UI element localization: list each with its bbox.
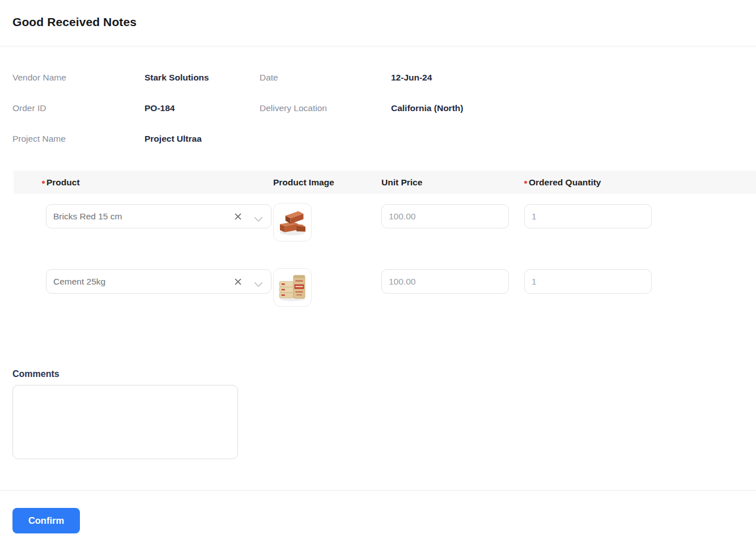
delivery-location-label: Delivery Location bbox=[260, 103, 391, 113]
column-header-ordered-quantity: Ordered Quantity bbox=[512, 177, 756, 188]
order-info: Vendor Name Stark Solutions Date 12-Jun-… bbox=[12, 70, 756, 146]
line-items-table: Product Product Image Unit Price Ordered… bbox=[0, 171, 756, 324]
chevron-down-icon[interactable] bbox=[254, 214, 263, 220]
page-header: Good Received Notes bbox=[0, 0, 756, 46]
page-title: Good Received Notes bbox=[12, 15, 756, 29]
required-marker bbox=[524, 181, 527, 184]
table-row: Cement 25kg bbox=[14, 259, 756, 324]
vendor-name-label: Vendor Name bbox=[12, 73, 145, 83]
product-image-cement bbox=[273, 268, 312, 307]
project-name-value: Project Ultraa bbox=[145, 134, 260, 144]
product-image-bricks bbox=[273, 203, 312, 241]
comments-section: Comments bbox=[12, 369, 756, 459]
clear-icon[interactable] bbox=[233, 277, 243, 286]
order-id-label: Order ID bbox=[12, 103, 145, 113]
order-id-value: PO-184 bbox=[145, 103, 260, 113]
ordered-quantity-input-row2[interactable] bbox=[524, 269, 652, 294]
column-header-unit-price: Unit Price bbox=[369, 177, 512, 188]
table-row: Bricks Red 15 cm bbox=[14, 194, 756, 259]
product-select-row2[interactable]: Cement 25kg bbox=[46, 269, 271, 294]
vendor-name-value: Stark Solutions bbox=[145, 73, 260, 83]
required-marker bbox=[42, 181, 45, 184]
unit-price-input-row2[interactable] bbox=[381, 269, 509, 294]
project-name-label: Project Name bbox=[12, 134, 145, 144]
ordered-quantity-input-row1[interactable] bbox=[524, 204, 652, 228]
chevron-down-icon[interactable] bbox=[254, 279, 263, 285]
comments-label: Comments bbox=[12, 369, 756, 379]
date-label: Date bbox=[260, 73, 391, 83]
clear-icon[interactable] bbox=[233, 212, 243, 221]
page-footer: Confirm bbox=[0, 490, 756, 533]
unit-price-input-row1[interactable] bbox=[381, 204, 509, 228]
table-header-row: Product Product Image Unit Price Ordered… bbox=[14, 171, 756, 194]
comments-textarea[interactable] bbox=[12, 385, 238, 459]
date-value: 12-Jun-24 bbox=[391, 73, 756, 83]
column-header-product-image: Product Image bbox=[273, 177, 369, 188]
confirm-button[interactable]: Confirm bbox=[12, 508, 80, 533]
product-select-row1[interactable]: Bricks Red 15 cm bbox=[46, 204, 271, 228]
column-header-product: Product bbox=[14, 177, 273, 188]
delivery-location-value: California (North) bbox=[391, 103, 756, 113]
